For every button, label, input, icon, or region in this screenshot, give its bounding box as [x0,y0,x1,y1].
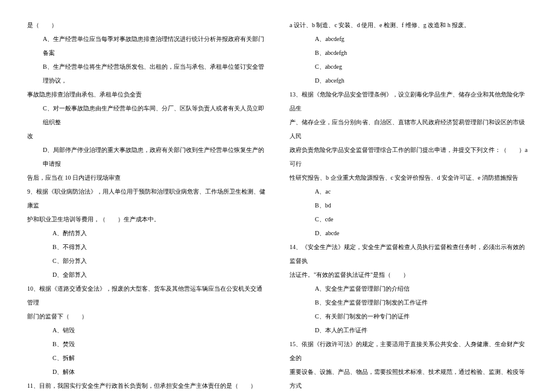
q13-stem-line3: 政府负责危险化学品安全监督管理综合工作的部门提出申请，并提交下列文件：（ ）a … [290,143,528,171]
q10-option-d: D、解体 [27,365,265,379]
q8-stem-tail: 是（ ） [27,18,265,32]
q15-stem-line1: 15、依据《行政许可法》的规定，主要适用于直接关系公共安全、人身健康、生命财产安… [290,337,528,365]
q9-option-d: D、全部算入 [27,268,265,282]
q8-option-a: A、生产经营单位应当每季对事故隐患排查治理情况进行统计分析并报政府有关部门备案 [27,32,265,60]
q14-option-c: C、有关部门制发的一种专门的证件 [290,309,528,323]
q13-option-a: A、ac [290,185,528,198]
q14-option-a: A、安全生产监督管理部门的介绍信 [290,282,528,296]
q11-stem: 11、目前，我国实行安全生产行政首长负责制，但承担安全生产主体责任的是（ ） [27,379,265,392]
q15-stem-line2: 重要设备、设施、产品、物品，需要按照技术标准、技术规范，通过检验、监测、检疫等方… [290,365,528,392]
q14-stem-line1: 14、《安全生产法》规定，安全生产监督检查人员执行监督检查任务时，必须出示有效的… [290,240,528,268]
q12-option-d: D、abcefgh [290,74,528,87]
q8-option-d-line1: D、局部停产停业治理的重大事故隐患，政府有关部门收到生产经营单位恢复生产的申请报 [27,143,265,171]
q9-option-a: A、酌情算入 [27,226,265,240]
q14-stem-line2: 法证件。"有效的监督执法证件"是指（ ） [290,268,528,282]
q10-stem-line2: 部门的监督下（ ） [27,309,265,323]
q13-option-d: D、abcde [290,226,528,240]
q13-stem-line2: 产、储存企业，应当分别向省、自治区、直辖市人民政府经济贸易管理部门和设区的市级人… [290,115,528,143]
q9-stem-line1: 9、根据《职业病防治法》，用人单位用于预防和治理职业病危害、工作场所卫生检测、健… [27,185,265,212]
q10-stem-line1: 10、根据《道路交通安全法》，报废的大型客、货车及其他营运车辆应当在公安机关交通… [27,282,265,309]
q14-option-d: D、本人的工作证件 [290,323,528,337]
q13-option-c: C、cde [290,212,528,226]
q12-option-a: A、abcdefg [290,32,528,46]
q13-option-b: B、bd [290,198,528,212]
q9-stem-line2: 护和职业卫生培训等费用，（ ）生产成本中。 [27,212,265,226]
q10-option-c: C、拆解 [27,351,265,365]
q13-stem-line1: 13、根据《危险化学品安全管理条例》，设立剧毒化学品生产、储存企业和其他危险化学… [290,87,528,115]
q13-stem-line4: 性研究报告、b 企业重大危险源报告、c 安全评价报告、d 安全许可证、e 消防措… [290,171,528,185]
q12-options-text: a 设计、b 制造、c 安装、d 使用、e 检测、f 维修、g 改造和 h 报废… [290,18,528,32]
q12-option-b: B、abcdefgh [290,46,528,60]
q10-option-b: B、焚毁 [27,337,265,351]
q8-option-c-line2: 改 [27,129,265,143]
q8-option-d-line2: 告后，应当在 10 日内进行现场审查 [27,171,265,185]
page-content: 是（ ） A、生产经营单位应当每季对事故隐患排查治理情况进行统计分析并报政府有关… [0,0,555,392]
q8-option-c-line1: C、对一般事故隐患由生产经营单位的车间、分厂、区队等负责人或者有关人员立即组织整 [27,101,265,129]
q9-option-b: B、不得算入 [27,240,265,254]
q12-option-c: C、abcdeg [290,60,528,74]
q14-option-b: B、安全生产监督管理部门制发的工作证件 [290,296,528,309]
q8-option-b-line1: B、生产经营单位将生产经营场所发包、出租的，应当与承包、承租单位签订安全管理协议… [27,60,265,87]
q10-option-a: A、销毁 [27,323,265,337]
left-column: 是（ ） A、生产经营单位应当每季对事故隐患排查治理情况进行统计分析并报政府有关… [27,18,278,392]
q8-option-b-line2: 事故隐患排查治理由承包、承租单位负全责 [27,87,265,101]
right-column: a 设计、b 制造、c 安装、d 使用、e 检测、f 维修、g 改造和 h 报废… [278,18,528,392]
q9-option-c: C、部分算入 [27,254,265,268]
